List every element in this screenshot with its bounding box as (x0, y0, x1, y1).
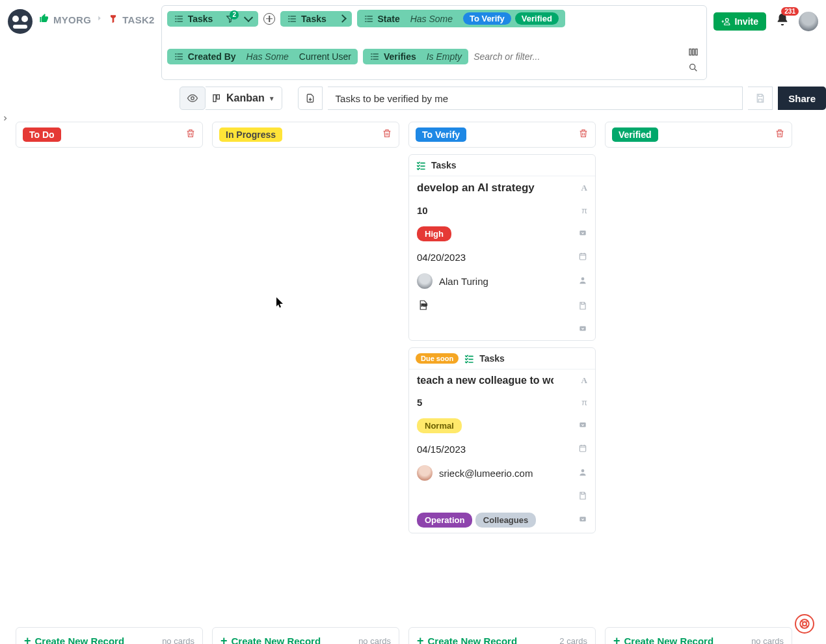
user-plus-icon (721, 17, 730, 26)
column-header-verified[interactable]: Verified (605, 122, 792, 148)
list-icon (287, 14, 297, 24)
column-header-inprogress[interactable]: In Progress (212, 122, 399, 148)
add-filter-button[interactable] (263, 13, 275, 25)
chevron-right-icon (95, 14, 104, 25)
user-avatar[interactable] (799, 12, 818, 31)
project-name[interactable]: TASK2 (122, 14, 155, 25)
card-assignee[interactable]: Alan Turing (417, 273, 488, 289)
user-field-icon (578, 468, 587, 479)
linked-collection-chip[interactable]: Tasks (280, 11, 351, 27)
svg-point-14 (581, 469, 585, 472)
state-value-toverify[interactable]: To Verify (463, 12, 511, 25)
org-name[interactable]: MYORG (53, 14, 91, 25)
share-label: Share (788, 93, 816, 104)
save-view-button[interactable] (748, 87, 773, 110)
view-type-label: Kanban (226, 92, 265, 104)
lifebuoy-icon (799, 618, 810, 630)
card-priority[interactable]: Normal (417, 418, 462, 433)
pdf-file-icon: PDF (417, 299, 429, 311)
column-label-inprogress: In Progress (219, 127, 282, 142)
mouse-cursor (276, 297, 284, 308)
create-record-button[interactable]: +Create New Record (220, 634, 321, 644)
source-collection-chip[interactable]: Tasks 2 (167, 11, 258, 27)
create-record-button[interactable]: +Create New Record (417, 634, 517, 644)
task-card[interactable]: Due soon Tasks teach a new colleague to … (408, 347, 596, 533)
view-name-input[interactable]: Tasks to be verified by me (328, 87, 743, 110)
delete-column-verified[interactable] (775, 128, 785, 141)
app-logo[interactable] (8, 9, 33, 34)
svg-point-4 (191, 97, 194, 100)
create-record-button[interactable]: +Create New Record (613, 634, 713, 644)
list-icon (174, 51, 184, 62)
list-icon (364, 14, 374, 24)
card-attachment[interactable]: PDF (417, 299, 429, 314)
export-button[interactable] (298, 87, 323, 110)
column-label-todo: To Do (23, 127, 61, 142)
column-footer-inprogress: +Create New Recordno cards (212, 627, 399, 644)
create-label: Create New Record (624, 636, 714, 644)
svg-rect-6 (217, 95, 219, 100)
svg-text:PDF: PDF (421, 304, 427, 307)
settings-columns-icon[interactable] (688, 47, 699, 60)
card-title: develop an AI strategy (417, 181, 535, 195)
project-icon (108, 14, 118, 25)
invite-button[interactable]: Invite (713, 12, 766, 31)
create-record-button[interactable]: +Create New Record (24, 634, 124, 644)
card-count: no cards (358, 636, 391, 644)
svg-point-3 (690, 64, 695, 70)
card-priority[interactable]: High (417, 226, 451, 241)
state-filter-field: State (378, 14, 400, 24)
createdby-field: Created By (188, 51, 236, 62)
column-header-todo[interactable]: To Do (16, 122, 203, 148)
task-card[interactable]: Tasks develop an AI strategyA 10π High 0… (408, 154, 596, 341)
card-date: 04/20/2023 (417, 252, 466, 263)
svg-rect-15 (580, 517, 585, 522)
assignee-name: Alan Turing (439, 276, 488, 287)
svg-rect-0 (689, 49, 691, 55)
chevron-down-icon[interactable] (244, 13, 253, 22)
chevron-right-icon[interactable] (338, 14, 347, 23)
column-label-toverify: To Verify (416, 127, 466, 142)
file-export-icon (305, 93, 315, 103)
assignee-name: srieck@lumeerio.com (439, 468, 533, 479)
svg-rect-1 (693, 49, 695, 55)
column-header-toverify[interactable]: To Verify (408, 122, 596, 148)
visibility-toggle[interactable] (180, 87, 206, 110)
delete-column-toverify[interactable] (578, 128, 589, 141)
column-footer-todo: +Create New Recordno cards (16, 627, 203, 644)
calendar-icon (578, 252, 587, 263)
createdby-filter-chip[interactable]: Created By Has Some Current User (167, 49, 358, 64)
filter-funnel-icon[interactable]: 2 (226, 14, 235, 23)
delete-column-todo[interactable] (185, 128, 196, 141)
tag-operation[interactable]: Operation (417, 513, 472, 528)
search-icon[interactable] (688, 62, 699, 75)
help-button[interactable] (795, 614, 814, 634)
select-field-icon (578, 228, 587, 239)
create-label: Create New Record (232, 636, 321, 644)
state-filter-chip[interactable]: State Has Some To Verify Verified (357, 10, 565, 27)
share-button[interactable]: Share (778, 87, 826, 110)
svg-rect-13 (580, 446, 585, 451)
delete-column-inprogress[interactable] (382, 128, 392, 141)
file-field-icon (578, 301, 587, 312)
state-filter-mode: Has Some (410, 14, 453, 24)
list-icon (174, 14, 184, 24)
state-value-verified[interactable]: Verified (515, 12, 559, 25)
view-type-dropdown[interactable]: Kanban ▼ (206, 87, 282, 110)
file-field-icon (578, 491, 587, 502)
due-soon-badge: Due soon (416, 353, 459, 364)
notifications-button[interactable]: 231 (775, 12, 790, 31)
view-name-text: Tasks to be verified by me (336, 93, 448, 104)
eye-icon (187, 92, 198, 104)
text-field-icon: A (581, 375, 587, 386)
kanban-icon (212, 93, 222, 103)
search-input[interactable] (473, 51, 591, 62)
tag-colleagues[interactable]: Colleagues (475, 513, 536, 528)
number-field-icon: π (581, 397, 587, 407)
card-assignee[interactable]: srieck@lumeerio.com (417, 465, 533, 481)
verifies-field: Verifies (384, 51, 416, 62)
verifies-filter-chip[interactable]: Verifies Is Empty (363, 49, 468, 64)
card-tags[interactable]: Operation Colleagues (417, 513, 536, 528)
filter-panel: Tasks 2 Tasks State Has Some To Verify V… (161, 5, 708, 80)
column-footer-verified: +Create New Recordno cards (605, 627, 792, 644)
